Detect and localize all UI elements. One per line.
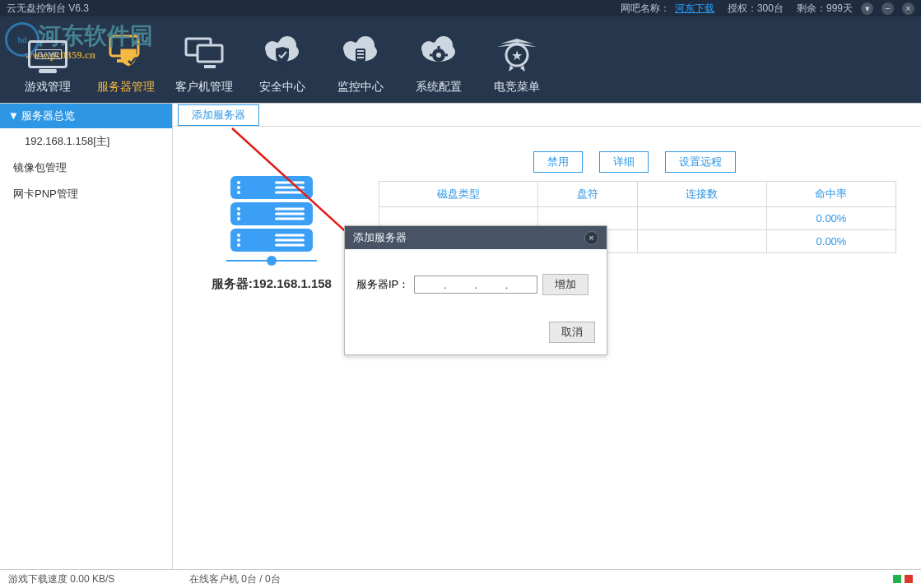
sidebar-group-overview[interactable]: ▼ 服务器总览 [0,104,172,128]
add-server-button[interactable]: 添加服务器 [178,104,259,126]
ip-seg-2[interactable] [449,279,473,290]
title-bar: 云无盘控制台 V6.3 网吧名称： 河东下载 授权：300台 剩余：999天 ▾… [0,0,921,16]
nav-game-manage[interactable]: GAME 游戏管理 [8,25,86,95]
dialog-close-icon[interactable]: × [584,231,598,245]
indicator-green [893,575,901,583]
ip-seg-4[interactable] [509,279,534,290]
cafe-link[interactable]: 河东下载 [675,2,714,16]
th-disk-type: 磁盘类型 [379,182,538,207]
cell-hit: 0.00% [766,207,895,230]
game-manage-icon: GAME [8,32,86,75]
server-visual: 服务器:192.168.1.158 [198,143,346,292]
ip-label: 服务器IP： [356,277,409,292]
nav-server-manage[interactable]: 服务器管理 [86,25,165,95]
monitor-icon [321,32,399,75]
nav-monitor[interactable]: 监控中心 [321,25,399,95]
sidebar-item-server[interactable]: 192.168.1.158[主] [0,128,172,155]
dialog-footer: 取消 [345,307,607,354]
sidebar-item-pnp[interactable]: 网卡PNP管理 [0,181,172,207]
sidebar: ▼ 服务器总览 192.168.1.158[主] 镜像包管理 网卡PNP管理 [0,104,173,569]
nav-label: 电竞菜单 [477,80,556,95]
dialog-add-button[interactable]: 增加 [542,274,588,295]
svg-text:★: ★ [511,49,523,63]
svg-rect-3 [198,45,222,62]
nav-label: 客户机管理 [165,80,243,95]
cafe-label: 网吧名称： [621,2,670,16]
main-toolbar: 添加服务器 [173,104,921,127]
ip-field-row: 服务器IP： . . . 增加 [356,274,595,295]
server-label-ip: 192.168.1.158 [253,276,332,290]
nav-client-manage[interactable]: 客户机管理 [165,25,243,95]
nav-security[interactable]: 安全中心 [243,25,321,95]
server-label: 服务器:192.168.1.158 [198,276,346,292]
svg-rect-12 [357,50,364,52]
add-server-dialog: 添加服务器 × 服务器IP： . . . 增加 取消 [344,225,607,355]
server-label-prefix: 服务器: [212,276,253,290]
nav-system-config[interactable]: 系统配置 [399,25,477,95]
nav-label: 安全中心 [243,80,321,95]
dropdown-icon[interactable]: ▾ [861,2,873,15]
dialog-title-text: 添加服务器 [353,230,407,245]
status-download-speed: 游戏下载速度 0.00 KB/S [8,572,189,586]
nav-label: 服务器管理 [86,80,165,95]
system-config-icon [399,32,477,75]
svg-rect-13 [357,53,364,55]
esports-icon: ★ [477,32,556,75]
nav-label: 监控中心 [321,80,399,95]
ip-seg-1[interactable] [417,279,442,290]
dialog-cancel-button[interactable]: 取消 [549,322,595,343]
sidebar-item-image[interactable]: 镜像包管理 [0,155,172,181]
status-bar: 游戏下载速度 0.00 KB/S 在线客户机 0台 / 0台 [0,569,921,588]
detail-button[interactable]: 详细 [599,151,649,173]
th-drive: 盘符 [538,182,638,207]
title-bar-right: 网吧名称： 河东下载 授权：300台 剩余：999天 ▾ − × [621,2,914,16]
th-connections: 连接数 [637,182,766,207]
dialog-body: 服务器IP： . . . 增加 [345,249,607,307]
ip-seg-3[interactable] [479,279,504,290]
auth-label: 授权：300台 [728,2,784,16]
client-manage-icon [165,32,243,75]
app-title: 云无盘控制台 V6.3 [7,2,89,16]
disable-button[interactable]: 禁用 [533,151,583,173]
svg-rect-14 [357,57,364,58]
nav-esports-menu[interactable]: ★ 电竞菜单 [477,25,556,95]
action-row: 禁用 详细 设置远程 [379,143,896,173]
server-manage-icon [86,32,165,75]
svg-point-23 [436,53,441,58]
security-icon [243,32,321,75]
remote-button[interactable]: 设置远程 [665,151,736,173]
close-icon[interactable]: × [902,2,914,15]
th-hit-rate: 命中率 [766,182,895,207]
nav-label: 游戏管理 [8,80,86,95]
server-stack-icon [198,176,346,262]
nav-label: 系统配置 [399,80,477,95]
status-online-clients: 在线客户机 0台 / 0台 [189,572,281,586]
ip-input[interactable]: . . . [414,275,537,294]
status-indicators [893,575,913,583]
nav-bar: hd 河东软件园 www.pc0359.cn GAME 游戏管理 服务器管理 [0,16,921,103]
cell-hit: 0.00% [766,230,895,253]
dialog-title-bar[interactable]: 添加服务器 × [345,226,607,249]
svg-rect-4 [204,65,216,68]
remain-label: 剩余：999天 [797,2,853,16]
indicator-red [905,575,913,583]
table-header-row: 磁盘类型 盘符 连接数 命中率 [379,182,896,207]
minimize-icon[interactable]: − [881,2,894,15]
